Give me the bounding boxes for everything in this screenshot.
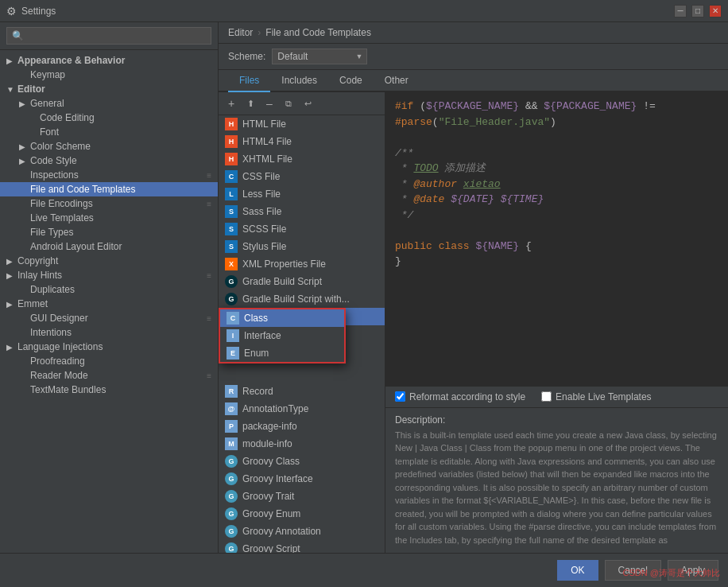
tab-includes[interactable]: Includes xyxy=(270,70,328,92)
template-item-groovy-interface[interactable]: G Groovy Interface xyxy=(219,470,385,488)
template-item-module-info[interactable]: M module-info xyxy=(219,435,385,453)
sidebar-item-inlay-hints[interactable]: ▶ Inlay Hints ≡ xyxy=(0,268,218,282)
arrow-icon: ▶ xyxy=(6,343,14,352)
tab-code[interactable]: Code xyxy=(328,70,374,92)
window-title: Settings xyxy=(21,6,669,17)
code-line-close: } xyxy=(395,254,718,270)
template-label: Groovy Trait xyxy=(242,491,294,502)
tab-files[interactable]: Files xyxy=(228,70,270,92)
sidebar-item-duplicates[interactable]: Duplicates xyxy=(0,282,218,297)
code-panel: #if (${PACKAGE_NAME} && ${PACKAGE_NAME} … xyxy=(385,92,728,553)
tab-other[interactable]: Other xyxy=(374,70,420,92)
template-label: AnnotationType xyxy=(242,403,308,414)
code-editor[interactable]: #if (${PACKAGE_NAME} && ${PACKAGE_NAME} … xyxy=(385,92,728,386)
live-templates-checkbox[interactable] xyxy=(541,391,552,402)
template-item-groovy-class[interactable]: G Groovy Class xyxy=(219,453,385,470)
template-item-less[interactable]: L Less File xyxy=(219,185,385,203)
sidebar-item-language-injections[interactable]: ▶ Language Injections xyxy=(0,340,218,354)
close-button[interactable]: ✕ xyxy=(709,5,722,17)
cancel-button[interactable]: Cancel xyxy=(605,560,661,581)
reformat-label[interactable]: Reformat according to style xyxy=(395,391,525,402)
sidebar-label: Font xyxy=(40,126,59,138)
indicator-icon: ≡ xyxy=(207,314,211,323)
template-item-gradle-with[interactable]: G Gradle Build Script with... xyxy=(219,290,385,308)
code-line-comment-date: * @date ${DATE} ${TIME} xyxy=(395,192,718,208)
sidebar-item-proofreading[interactable]: Proofreading xyxy=(0,354,218,368)
duplicate-template-button[interactable]: ⧉ xyxy=(281,95,296,111)
sass-icon: S xyxy=(225,205,238,218)
sidebar-item-reader-mode[interactable]: Reader Mode ≡ xyxy=(0,368,218,383)
sidebar-label: Reader Mode xyxy=(30,370,88,381)
sidebar-label: Color Scheme xyxy=(30,141,91,152)
template-label: HTML4 File xyxy=(242,136,292,147)
template-item-record[interactable]: R Record xyxy=(219,383,385,400)
dropdown-item-interface[interactable]: I Interface xyxy=(220,327,344,344)
scheme-select[interactable]: Default Project xyxy=(272,49,367,64)
sidebar-item-copyright[interactable]: ▶ Copyright xyxy=(0,254,218,268)
sidebar-item-file-and-code-templates[interactable]: File and Code Templates xyxy=(0,182,218,196)
sidebar-item-textmate-bundles[interactable]: TextMate Bundles xyxy=(0,383,218,397)
template-list: + ⬆ – ⧉ ↩ H HTML File H HTML4 File xyxy=(219,92,385,553)
template-item-html4[interactable]: H HTML4 File xyxy=(219,133,385,150)
sidebar-label: Code Style xyxy=(30,155,77,166)
live-templates-label[interactable]: Enable Live Templates xyxy=(541,391,652,402)
template-item-stylus[interactable]: S Stylus File xyxy=(219,238,385,255)
dropdown-item-enum[interactable]: E Enum xyxy=(220,344,344,362)
sidebar-label: Android Layout Editor xyxy=(30,241,122,252)
sidebar-item-color-scheme[interactable]: ▶ Color Scheme xyxy=(0,139,218,154)
template-label: XML Properties File xyxy=(242,259,326,270)
template-item-groovy-script[interactable]: G Groovy Script xyxy=(219,540,385,553)
sidebar-item-code-editing[interactable]: Code Editing xyxy=(0,111,218,125)
sidebar-item-code-style[interactable]: ▶ Code Style xyxy=(0,154,218,168)
template-item-gradle[interactable]: G Gradle Build Script xyxy=(219,273,385,290)
template-item-scss[interactable]: S SCSS File xyxy=(219,220,385,238)
class-icon: C xyxy=(227,312,239,325)
template-item-xml-properties[interactable]: X XML Properties File xyxy=(219,255,385,273)
sidebar-item-intentions[interactable]: Intentions xyxy=(0,325,218,340)
sidebar-item-editor[interactable]: ▼ Editor xyxy=(0,82,218,96)
template-item-sass[interactable]: S Sass File xyxy=(219,203,385,220)
apply-button[interactable]: Apply xyxy=(668,560,718,581)
scheme-bar: Scheme: Default Project xyxy=(219,44,728,70)
template-item-xhtml[interactable]: H XHTML File xyxy=(219,150,385,168)
reformat-text: Reformat according to style xyxy=(409,391,525,402)
template-item-groovy-trait[interactable]: G Groovy Trait xyxy=(219,488,385,505)
reset-template-button[interactable]: ↩ xyxy=(300,95,316,111)
minimize-button[interactable]: ─ xyxy=(674,5,687,17)
sidebar-item-inspections[interactable]: Inspections ≡ xyxy=(0,168,218,182)
sidebar-label: Intentions xyxy=(30,327,72,338)
template-item-annotation-type[interactable]: @ AnnotationType xyxy=(219,400,385,418)
sidebar-item-emmet[interactable]: ▶ Emmet xyxy=(0,297,218,311)
sidebar-item-font[interactable]: Font xyxy=(0,125,218,139)
dropdown-item-class[interactable]: C Class xyxy=(220,309,344,327)
sidebar-item-android-layout-editor[interactable]: Android Layout Editor xyxy=(0,239,218,254)
sidebar-item-appearance[interactable]: ▶ Appearance & Behavior xyxy=(0,53,218,68)
remove-template-button[interactable]: – xyxy=(261,95,277,111)
add-template-button[interactable]: + xyxy=(223,95,239,111)
template-item-html[interactable]: H HTML File xyxy=(219,115,385,133)
ok-button[interactable]: OK xyxy=(557,560,598,581)
gradle-with-icon: G xyxy=(225,293,238,305)
groovy-interface-icon: G xyxy=(225,472,238,485)
template-item-groovy-annotation[interactable]: G Groovy Annotation xyxy=(219,523,385,540)
search-input[interactable] xyxy=(6,27,211,45)
sidebar-item-general[interactable]: ▶ General xyxy=(0,96,218,111)
template-item-css[interactable]: C CSS File xyxy=(219,168,385,185)
package-icon: P xyxy=(225,420,238,433)
copy-template-button[interactable]: ⬆ xyxy=(242,95,258,111)
sidebar-item-file-types[interactable]: File Types xyxy=(0,225,218,239)
template-item-groovy-enum[interactable]: G Groovy Enum xyxy=(219,505,385,523)
maximize-button[interactable]: □ xyxy=(691,5,704,17)
reformat-checkbox[interactable] xyxy=(395,391,405,402)
code-line-2: #parse("File_Header.java") xyxy=(395,115,718,130)
sidebar-item-keymap[interactable]: Keymap xyxy=(0,68,218,82)
sidebar-item-file-encodings[interactable]: File Encodings ≡ xyxy=(0,196,218,211)
sidebar-item-live-templates[interactable]: Live Templates xyxy=(0,211,218,225)
sidebar-label: General xyxy=(30,98,64,109)
settings-icon: ⚙ xyxy=(6,5,17,17)
code-line-class: public class ${NAME} { xyxy=(395,239,718,255)
sidebar-label: Language Injections xyxy=(17,341,103,352)
sidebar-item-gui-designer[interactable]: GUI Designer ≡ xyxy=(0,311,218,325)
arrow-icon: ▶ xyxy=(6,257,14,266)
template-item-package-info[interactable]: P package-info xyxy=(219,418,385,435)
